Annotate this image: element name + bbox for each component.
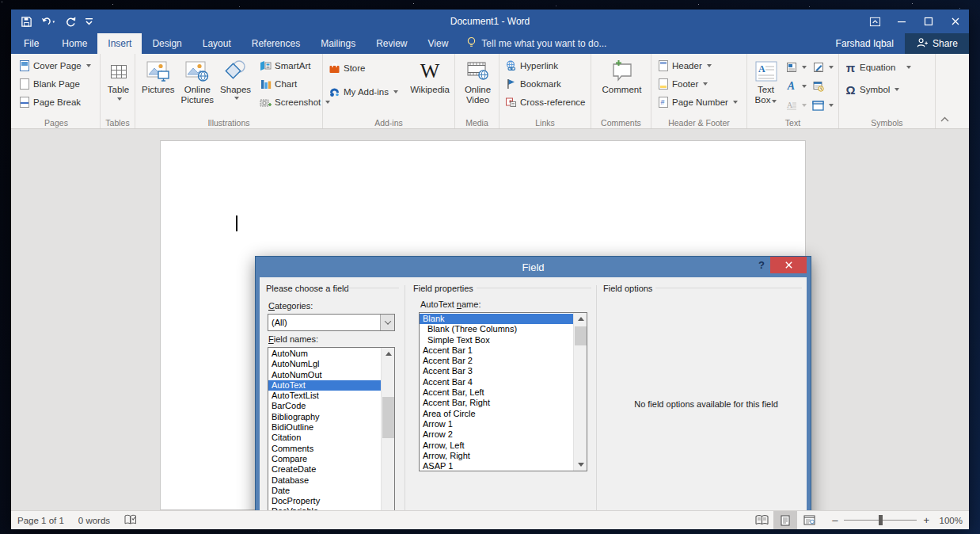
dialog-close-button[interactable] <box>770 257 807 273</box>
read-mode-button[interactable] <box>750 511 773 529</box>
autotext-item[interactable]: Arrow, Right <box>420 451 573 461</box>
proofing-icon[interactable] <box>124 514 137 527</box>
screenshot-button[interactable]: Screenshot <box>257 93 332 111</box>
tab-mailings[interactable]: Mailings <box>310 33 366 54</box>
field-name-item[interactable]: BidiOutline <box>268 422 381 433</box>
bookmark-button[interactable]: Bookmark <box>503 75 589 93</box>
field-name-item[interactable]: Citation <box>268 433 381 443</box>
signature-line-button[interactable] <box>810 59 837 76</box>
smartart-button[interactable]: SmartArt <box>257 57 332 74</box>
tab-insert[interactable]: Insert <box>97 33 142 54</box>
autotext-item[interactable]: Accent Bar 4 <box>420 377 573 387</box>
field-name-item[interactable]: Bibliography <box>268 412 381 422</box>
tab-review[interactable]: Review <box>366 33 417 54</box>
online-video-button[interactable]: Online Video <box>458 57 497 106</box>
field-name-item[interactable]: Compare <box>268 454 381 464</box>
categories-dropdown-button[interactable] <box>380 315 394 330</box>
zoom-in-button[interactable]: + <box>923 514 929 526</box>
pictures-button[interactable]: Pictures <box>139 57 178 111</box>
autotext-item[interactable]: Arrow, Left <box>420 441 573 451</box>
page-indicator[interactable]: Page 1 of 1 <box>17 516 64 525</box>
text-box-button[interactable]: A Text Box <box>750 57 781 116</box>
scroll-up-arrow[interactable] <box>574 313 587 325</box>
zoom-slider-thumb[interactable] <box>879 515 883 525</box>
zoom-slider[interactable] <box>844 515 917 525</box>
autotext-name-listbox[interactable]: BlankBlank (Three Columns)Simple Text Bo… <box>419 312 587 471</box>
quick-parts-button[interactable] <box>783 59 810 76</box>
autotext-item[interactable]: Simple Text Box <box>420 335 573 345</box>
cover-page-button[interactable]: Cover Page <box>16 57 98 74</box>
tell-me-box[interactable]: Tell me what you want to do... <box>458 33 614 54</box>
autotext-item[interactable]: Blank <box>420 314 573 324</box>
categories-dropdown[interactable]: (All) <box>268 314 395 331</box>
dialog-help-button[interactable]: ? <box>758 259 765 271</box>
close-button[interactable] <box>942 10 969 33</box>
save-icon[interactable] <box>21 16 32 28</box>
field-name-item[interactable]: Date <box>268 486 381 496</box>
autotext-item[interactable]: Accent Bar 3 <box>420 366 573 376</box>
comment-button[interactable]: Comment <box>594 57 649 96</box>
collapse-ribbon-button[interactable] <box>936 54 953 128</box>
symbol-button[interactable]: Ω Symbol <box>842 81 933 98</box>
tab-references[interactable]: References <box>241 33 310 54</box>
autotext-item[interactable]: Blank (Three Columns) <box>420 324 573 334</box>
date-time-button[interactable] <box>810 78 837 95</box>
blank-page-button[interactable]: Blank Page <box>16 75 98 93</box>
dialog-title-bar[interactable]: Field ? <box>256 257 811 277</box>
equation-button[interactable]: π Equation <box>842 59 933 76</box>
field-name-item[interactable]: AutoTextList <box>268 391 381 401</box>
share-button[interactable]: Share <box>905 33 969 54</box>
hyperlink-button[interactable]: Hyperlink <box>503 57 589 74</box>
print-layout-button[interactable] <box>773 511 797 529</box>
object-button[interactable] <box>810 97 837 114</box>
tab-design[interactable]: Design <box>142 33 192 54</box>
autotext-item[interactable]: Arrow 1 <box>420 419 573 429</box>
tab-layout[interactable]: Layout <box>192 33 241 54</box>
web-layout-button[interactable] <box>797 511 821 529</box>
autotext-scrollbar[interactable] <box>573 313 587 471</box>
autotext-item[interactable]: Accent Bar 1 <box>420 345 573 356</box>
scroll-thumb[interactable] <box>382 397 394 438</box>
field-name-item[interactable]: DocProperty <box>268 496 381 506</box>
my-addins-button[interactable]: My Add-ins <box>326 83 407 101</box>
chart-button[interactable]: Chart <box>257 75 332 93</box>
wikipedia-button[interactable]: W Wikipedia <box>407 57 453 101</box>
scroll-up-arrow[interactable] <box>382 348 395 360</box>
field-name-item[interactable]: AutoNumLgl <box>268 359 381 369</box>
field-name-item[interactable]: DocVariable <box>268 506 381 510</box>
footer-button[interactable]: Footer <box>655 75 745 93</box>
undo-button[interactable] <box>40 16 56 28</box>
field-names-listbox[interactable]: AutoNumAutoNumLglAutoNumOutAutoTextAutoT… <box>268 347 395 510</box>
page-break-button[interactable]: Page Break <box>16 93 98 111</box>
autotext-item[interactable]: ASAP 1 <box>420 461 573 471</box>
autotext-item[interactable]: Accent Bar, Left <box>420 387 573 398</box>
store-button[interactable]: Store <box>326 59 407 77</box>
zoom-level[interactable]: 100% <box>929 516 963 525</box>
field-name-item[interactable]: Comments <box>268 444 381 454</box>
autotext-item[interactable]: Area of Circle <box>420 409 573 419</box>
wordart-button[interactable]: A <box>783 78 810 95</box>
field-name-item[interactable]: AutoNumOut <box>268 370 381 380</box>
online-pictures-button[interactable]: Online Pictures <box>178 57 218 111</box>
ribbon-display-options-button[interactable] <box>861 10 888 33</box>
scroll-down-arrow[interactable] <box>574 459 587 471</box>
field-name-item[interactable]: BarCode <box>268 401 381 411</box>
tab-view[interactable]: View <box>418 33 459 54</box>
tab-file[interactable]: File <box>11 33 51 54</box>
field-names-scrollbar[interactable] <box>381 348 394 510</box>
table-button[interactable]: Table <box>104 57 133 101</box>
field-name-item[interactable]: Database <box>268 475 381 486</box>
field-name-item[interactable]: AutoText <box>268 380 381 391</box>
scroll-thumb[interactable] <box>575 326 587 345</box>
redo-button[interactable] <box>64 16 77 28</box>
account-name[interactable]: Farshad Iqbal <box>836 38 894 49</box>
customize-qat-button[interactable] <box>85 16 94 27</box>
autotext-item[interactable]: Arrow 2 <box>420 429 573 440</box>
page-number-button[interactable]: Page Number <box>655 93 745 111</box>
field-name-item[interactable]: CreateDate <box>268 464 381 475</box>
field-name-item[interactable]: AutoNum <box>268 349 381 359</box>
zoom-out-button[interactable]: – <box>832 514 838 526</box>
cross-reference-button[interactable]: Cross-reference <box>503 93 589 111</box>
header-button[interactable]: Header <box>655 57 745 74</box>
autotext-item[interactable]: Accent Bar, Right <box>420 398 573 408</box>
